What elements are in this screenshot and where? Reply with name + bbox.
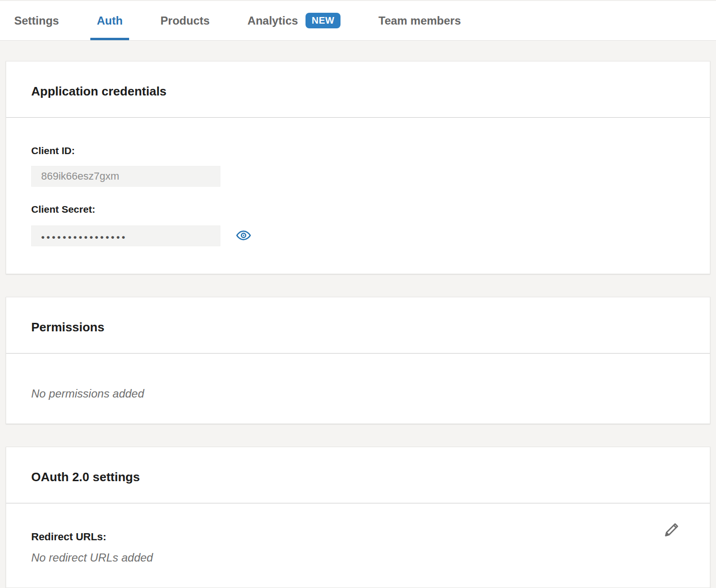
permissions-body: No permissions added	[6, 354, 710, 424]
tab-settings-label: Settings	[14, 14, 59, 27]
redirect-urls-empty-state: No redirect URLs added	[31, 551, 685, 565]
application-credentials-card: Application credentials Client ID: 869ik…	[6, 61, 710, 274]
permissions-title: Permissions	[31, 320, 685, 334]
application-credentials-title: Application credentials	[31, 84, 685, 98]
tab-products-label: Products	[160, 14, 210, 27]
main-content: Application credentials Client ID: 869ik…	[0, 41, 716, 588]
tab-settings[interactable]: Settings	[8, 1, 66, 40]
tab-analytics-label: Analytics	[247, 14, 298, 27]
tab-auth[interactable]: Auth	[90, 1, 130, 40]
client-id-label: Client ID:	[31, 144, 685, 157]
pencil-icon	[663, 520, 681, 540]
tab-team-members-label: Team members	[378, 14, 461, 27]
client-id-field[interactable]: 869ik66esz7gxm	[31, 166, 220, 187]
oauth-settings-body: Redirect URLs: No redirect URLs added	[6, 503, 710, 588]
client-secret-field[interactable]: ••••••••••••••••	[31, 225, 220, 246]
oauth-settings-header: OAuth 2.0 settings	[6, 447, 710, 503]
oauth-settings-title: OAuth 2.0 settings	[31, 470, 685, 484]
edit-redirect-urls-button[interactable]	[662, 519, 682, 540]
permissions-card: Permissions No permissions added	[6, 297, 710, 424]
client-secret-label: Client Secret:	[31, 203, 685, 216]
client-id-value: 869ik66esz7gxm	[41, 170, 119, 182]
eye-icon	[236, 228, 251, 244]
redirect-urls-label: Redirect URLs:	[31, 530, 685, 544]
tab-analytics[interactable]: Analytics NEW	[241, 1, 347, 40]
permissions-header: Permissions	[6, 297, 710, 354]
tab-bar: Settings Auth Products Analytics NEW Tea…	[0, 0, 716, 41]
tab-auth-label: Auth	[97, 14, 123, 27]
new-badge: NEW	[306, 13, 341, 28]
tab-team-members[interactable]: Team members	[372, 1, 467, 40]
application-credentials-body: Client ID: 869ik66esz7gxm Client Secret:…	[6, 118, 710, 274]
client-secret-masked-value: ••••••••••••••••	[41, 229, 127, 243]
tab-products[interactable]: Products	[154, 1, 216, 40]
application-credentials-header: Application credentials	[6, 61, 710, 118]
reveal-secret-button[interactable]	[236, 228, 252, 244]
oauth-settings-card: OAuth 2.0 settings Redirect URLs: No red…	[6, 447, 710, 588]
client-secret-row: ••••••••••••••••	[31, 216, 685, 246]
permissions-empty-state: No permissions added	[31, 387, 685, 401]
